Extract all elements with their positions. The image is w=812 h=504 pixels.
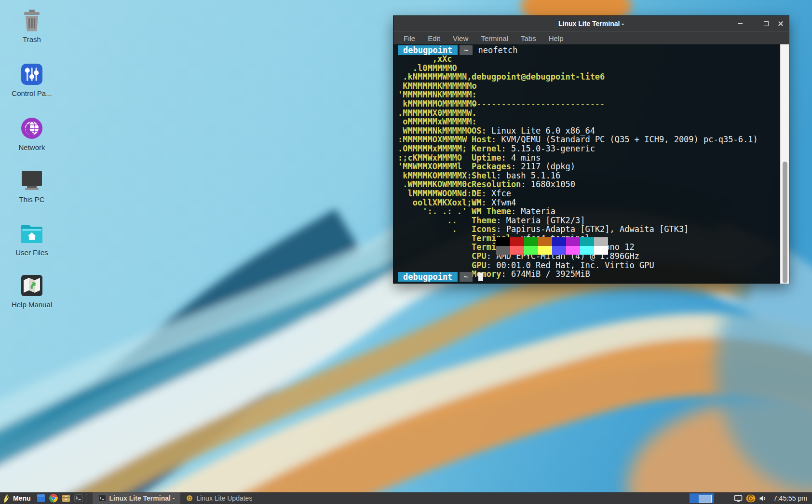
- palette-row-2: [496, 246, 608, 255]
- close-icon: [778, 21, 783, 26]
- taskbar-clock[interactable]: 7:45:55 pm: [770, 494, 812, 502]
- info-value: : 00:01.0 Red Hat, Inc. Virtio GPU: [487, 260, 654, 270]
- terminal-icon: [74, 494, 83, 502]
- network-globe-icon: [20, 117, 43, 140]
- prompt-path: ~: [460, 45, 472, 55]
- scrollbar-thumb[interactable]: [783, 162, 787, 283]
- task-button-terminal[interactable]: Linux Lite Terminal -: [93, 492, 181, 504]
- info-label: WM Theme: [472, 206, 511, 216]
- prompt-command: neofetch: [478, 46, 518, 55]
- archive-launcher[interactable]: [60, 492, 72, 504]
- workspace-switcher[interactable]: [690, 493, 714, 503]
- info-label: GPU: [472, 260, 487, 270]
- task-button-label: Linux Lite Updates: [196, 494, 252, 502]
- task-button-updates[interactable]: Linux Lite Updates: [180, 492, 258, 504]
- control-panel-icon: [20, 63, 43, 86]
- color-swatch: [538, 246, 552, 255]
- neofetch-info-row: Resolution: 1680x1050: [472, 180, 693, 189]
- palette-row-1: [496, 237, 608, 246]
- menu-item-view[interactable]: View: [447, 34, 474, 42]
- neofetch-ascii-logo: ,xXc .l0MMMMMO .kNMMMMMWMMMN, KMMMMMMKMM…: [398, 54, 477, 234]
- prompt-path: ~: [460, 272, 472, 282]
- terminal-launcher[interactable]: [72, 492, 85, 504]
- info-label: Host: [472, 135, 491, 144]
- desktop-icon-label: User Files: [15, 248, 48, 257]
- volume-tray-icon[interactable]: [757, 492, 770, 504]
- info-value: : 2117 (dpkg): [511, 162, 575, 171]
- desktop-icon-network[interactable]: Network: [4, 117, 60, 151]
- terminal-color-palette: [496, 237, 608, 255]
- desktop-icon-help-manual[interactable]: Help Manual: [4, 274, 60, 309]
- menu-item-terminal[interactable]: Terminal: [475, 34, 514, 42]
- color-swatch: [510, 237, 524, 246]
- chrome-icon: [49, 494, 58, 503]
- menu-item-edit[interactable]: Edit: [422, 34, 446, 42]
- neofetch-separator: ---------------------------: [472, 99, 693, 109]
- menu-bar: FileEditViewTerminalTabsHelp: [393, 31, 789, 44]
- desktop-icon-trash[interactable]: Trash: [4, 9, 60, 43]
- trash-icon: [20, 9, 43, 32]
- home-folder-icon: [20, 222, 43, 245]
- close-button[interactable]: [776, 20, 785, 27]
- linux-lite-updates-tray-icon[interactable]: [744, 492, 757, 504]
- desktop-icon-label: Trash: [23, 35, 41, 43]
- display-tray-icon[interactable]: [732, 492, 744, 504]
- info-value: : Materia [GTK2/3]: [496, 216, 585, 225]
- file-cabinet-icon: [62, 494, 70, 503]
- taskbar: Menu: [0, 492, 812, 504]
- scrollbar[interactable]: [780, 44, 789, 284]
- menu-button[interactable]: Menu: [0, 492, 35, 504]
- taskbar-right: 7:45:55 pm: [690, 492, 812, 504]
- maximize-button[interactable]: [762, 20, 771, 27]
- neofetch-info-row: Kernel: 5.15.0-33-generic: [472, 144, 693, 153]
- info-label: Shell: [472, 171, 496, 180]
- info-label: DE: [472, 189, 481, 198]
- terminal-window: Linux Lite Terminal - FileEditViewTermin…: [393, 15, 789, 284]
- window-titlebar[interactable]: Linux Lite Terminal -: [393, 16, 789, 31]
- neofetch-info-row: Host: KVM/QEMU (Standard PC (Q35 + ICH9,…: [472, 135, 693, 144]
- neofetch-info-row: Memory: 674MiB / 3925MiB: [472, 270, 693, 279]
- color-swatch: [524, 237, 538, 246]
- prompt-user: debugpoint: [398, 272, 458, 282]
- info-value: : 1680x1050: [521, 179, 575, 189]
- desktop-icon-this-pc[interactable]: This PC: [4, 169, 60, 204]
- desktop-icon-control-panel[interactable]: Control Pa...: [4, 63, 60, 97]
- linux-lite-feather-icon: [3, 494, 10, 503]
- task-button-label: Linux Lite Terminal -: [109, 494, 175, 502]
- updates-icon: [186, 495, 193, 502]
- info-value: : Papirus-Adapta [GTK2], Adwaita [GTK3]: [496, 224, 689, 234]
- info-label: Resolution: [472, 179, 521, 189]
- shell-prompt-line: debugpoint ~: [398, 272, 483, 282]
- info-label: Packages: [472, 162, 511, 171]
- terminal-content[interactable]: debugpoint ~ neofetch ,xXc .l0MMMMMO .kN…: [393, 44, 789, 284]
- maximize-icon: [764, 21, 769, 26]
- text-cursor: [478, 272, 483, 281]
- menu-button-label: Menu: [13, 494, 31, 502]
- color-swatch: [580, 246, 594, 255]
- neofetch-host-title: debugpoint@debugpoint-lite6: [472, 72, 693, 82]
- color-swatch: [524, 246, 538, 255]
- chrome-launcher[interactable]: [47, 492, 60, 504]
- window-title: Linux Lite Terminal -: [558, 20, 624, 27]
- speaker-icon: [759, 495, 767, 502]
- file-manager-icon: [37, 494, 45, 503]
- info-label: CPU: [472, 251, 487, 261]
- neofetch-info-row: Uptime: 4 mins: [472, 153, 693, 163]
- neofetch-info-row: WM: Xfwm4: [472, 198, 693, 207]
- color-swatch: [496, 237, 510, 246]
- taskbar-separator: [86, 494, 91, 502]
- menu-item-tabs[interactable]: Tabs: [515, 34, 541, 42]
- minimize-button[interactable]: [736, 20, 744, 27]
- updates-shield-icon: [746, 494, 756, 503]
- desktop-icon-label: Control Pa...: [12, 89, 52, 97]
- color-swatch: [594, 237, 608, 246]
- info-value: : Xfce: [481, 189, 511, 198]
- file-manager-launcher[interactable]: [35, 492, 47, 504]
- desktop-icon-user-files[interactable]: User Files: [4, 222, 60, 257]
- color-swatch: [552, 246, 566, 255]
- menu-item-file[interactable]: File: [398, 34, 420, 42]
- color-swatch: [580, 237, 594, 246]
- menu-item-help[interactable]: Help: [543, 34, 569, 42]
- info-label: Uptime: [472, 153, 501, 163]
- info-value: : 4 mins: [501, 153, 541, 163]
